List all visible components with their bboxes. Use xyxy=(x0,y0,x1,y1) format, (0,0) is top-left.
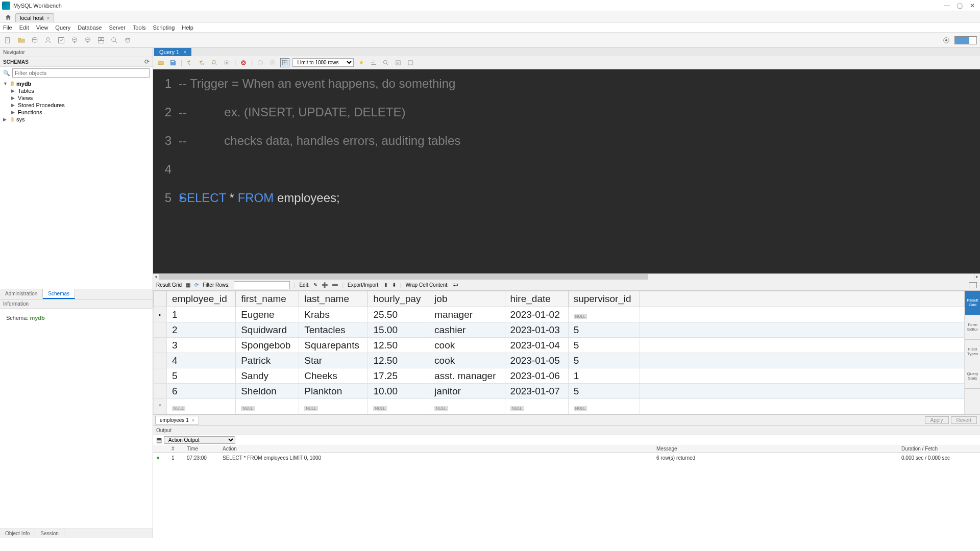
dashboard-icon[interactable] xyxy=(96,35,106,45)
grid-icon[interactable]: ▦ xyxy=(186,282,190,288)
grid-cell[interactable]: Plankton xyxy=(299,384,368,399)
grid-cell[interactable]: 2023-01-07 xyxy=(505,384,568,399)
tree-functions[interactable]: ▶Functions xyxy=(2,109,151,116)
grid-cell[interactable]: NULL xyxy=(505,399,568,414)
close-icon[interactable]: × xyxy=(46,15,50,21)
refresh-icon[interactable]: ⟳ xyxy=(144,58,150,65)
layout-left-icon[interactable] xyxy=(955,37,962,44)
row-selector[interactable] xyxy=(154,338,167,353)
grid-cell[interactable]: Sheldon xyxy=(236,384,299,399)
delete-row-icon[interactable]: ➖ xyxy=(332,282,338,288)
open-sql-file-icon[interactable] xyxy=(16,35,27,45)
col-hire-date[interactable]: hire_date xyxy=(505,291,568,307)
commit-icon[interactable] xyxy=(256,58,265,67)
grid-cell[interactable]: NULL xyxy=(299,399,368,414)
editor-scrollbar[interactable]: ◂ ▸ xyxy=(153,273,980,280)
apply-button[interactable]: Apply xyxy=(925,416,949,424)
grid-cell[interactable]: Eugene xyxy=(236,307,299,322)
menu-tools[interactable]: Tools xyxy=(133,24,146,31)
close-button[interactable]: ✕ xyxy=(970,2,975,9)
execute-current-icon[interactable]: I xyxy=(198,58,207,67)
panel-toggle-icon[interactable] xyxy=(969,282,977,288)
tree-stored-procedures[interactable]: ▶Stored Procedures xyxy=(2,102,151,109)
schema-tree[interactable]: ▼ 🛢 mydb ▶Tables ▶Views ▶Stored Procedur… xyxy=(0,79,153,289)
search-icon[interactable] xyxy=(109,35,119,45)
menu-help[interactable]: Help xyxy=(182,24,193,31)
table-row[interactable]: 4PatrickStar12.50cook2023-01-055 xyxy=(154,353,965,368)
wrap-toggle-icon[interactable]: ⮒ xyxy=(453,282,458,288)
grid-cell[interactable]: cashier xyxy=(429,322,505,338)
grid-cell[interactable]: cook xyxy=(429,338,505,353)
grid-cell[interactable]: 17.25 xyxy=(368,368,429,384)
grid-cell[interactable]: 3 xyxy=(167,338,236,353)
add-row-icon[interactable]: ➕ xyxy=(322,282,328,288)
grid-cell[interactable]: 5 xyxy=(568,384,640,399)
import-icon[interactable]: ⬇ xyxy=(392,282,396,288)
rollback-icon[interactable] xyxy=(268,58,277,67)
side-result-grid[interactable]: Result Grid xyxy=(965,291,980,315)
col-employee-id[interactable]: employee_id xyxy=(167,291,236,307)
menu-database[interactable]: Database xyxy=(78,24,102,31)
inspector-icon[interactable] xyxy=(30,35,40,45)
row-selector[interactable] xyxy=(154,322,167,338)
import-icon[interactable] xyxy=(83,35,93,45)
grid-cell[interactable]: 15.00 xyxy=(368,322,429,338)
grid-cell[interactable]: 10.00 xyxy=(368,384,429,399)
table-row[interactable]: ▸1EugeneKrabs25.50manager2023-01-02NULL xyxy=(154,307,965,322)
tab-administration[interactable]: Administration xyxy=(0,289,43,299)
output-type-select[interactable]: Action Output xyxy=(164,436,235,444)
output-row[interactable]: ● 1 07:23:00 SELECT * FROM employees LIM… xyxy=(153,453,980,463)
tab-object-info[interactable]: Object Info xyxy=(0,529,35,538)
users-icon[interactable] xyxy=(43,35,53,45)
grid-cell[interactable]: Squarepants xyxy=(299,338,368,353)
table-row[interactable]: 3SpongebobSquarepants12.50cook2023-01-04… xyxy=(154,338,965,353)
stop-icon[interactable] xyxy=(222,58,231,67)
close-icon[interactable]: × xyxy=(192,418,194,423)
new-sql-tab-icon[interactable] xyxy=(3,35,13,45)
grid-cell[interactable]: 12.50 xyxy=(368,353,429,368)
row-selector[interactable] xyxy=(154,353,167,368)
grid-cell[interactable]: 4 xyxy=(167,353,236,368)
grid-cell[interactable]: Tentacles xyxy=(299,322,368,338)
grid-cell[interactable]: janitor xyxy=(429,384,505,399)
shortcut-icon[interactable] xyxy=(941,35,951,45)
layout-bottom-icon[interactable] xyxy=(962,37,969,44)
grid-cell[interactable]: Star xyxy=(299,353,368,368)
side-form-editor[interactable]: Form Editor xyxy=(965,315,980,340)
query-tab[interactable]: Query 1 × xyxy=(154,48,191,56)
side-query-stats[interactable]: Query Stats xyxy=(965,364,980,389)
row-limit-select[interactable]: Limit to 1000 rows xyxy=(292,58,354,67)
row-selector[interactable] xyxy=(154,368,167,384)
close-icon[interactable]: × xyxy=(183,49,186,55)
grid-cell[interactable]: manager xyxy=(429,307,505,322)
col-hourly-pay[interactable]: hourly_pay xyxy=(368,291,429,307)
grid-cell[interactable]: Squidward xyxy=(236,322,299,338)
grid-cell[interactable]: NULL xyxy=(429,399,505,414)
save-icon[interactable] xyxy=(168,58,178,67)
open-file-icon[interactable] xyxy=(156,58,165,67)
no-limit-icon[interactable] xyxy=(239,58,248,67)
scroll-left-icon[interactable]: ◂ xyxy=(153,274,159,280)
minimize-button[interactable]: — xyxy=(944,2,950,9)
sql-editor[interactable]: 1-- Trigger = When an event happens, do … xyxy=(153,69,980,273)
chevron-right-icon[interactable]: ▶ xyxy=(11,95,16,101)
wrap-icon[interactable] xyxy=(394,58,403,67)
table-row-new[interactable]: *NULLNULLNULLNULLNULLNULLNULL xyxy=(154,399,965,414)
grid-cell[interactable]: cook xyxy=(429,353,505,368)
side-field-types[interactable]: Field Types xyxy=(965,340,980,364)
chevron-right-icon[interactable]: ▶ xyxy=(3,117,8,122)
grid-cell[interactable]: Krabs xyxy=(299,307,368,322)
grid-cell[interactable]: NULL xyxy=(368,399,429,414)
col-supervisor-id[interactable]: supervisor_id xyxy=(568,291,640,307)
col-last-name[interactable]: last_name xyxy=(299,291,368,307)
tree-tables[interactable]: ▶Tables xyxy=(2,87,151,94)
output-list-icon[interactable]: ▤ xyxy=(156,437,162,444)
chevron-down-icon[interactable]: ▼ xyxy=(3,81,8,86)
grid-cell[interactable]: asst. manager xyxy=(429,368,505,384)
layout-toggle[interactable] xyxy=(954,36,977,44)
tree-db-mydb[interactable]: ▼ 🛢 mydb xyxy=(2,80,151,87)
grid-cell[interactable]: 2 xyxy=(167,322,236,338)
result-grid[interactable]: employee_id first_name last_name hourly_… xyxy=(153,291,965,414)
grid-cell[interactable]: 12.50 xyxy=(368,338,429,353)
col-first-name[interactable]: first_name xyxy=(236,291,299,307)
